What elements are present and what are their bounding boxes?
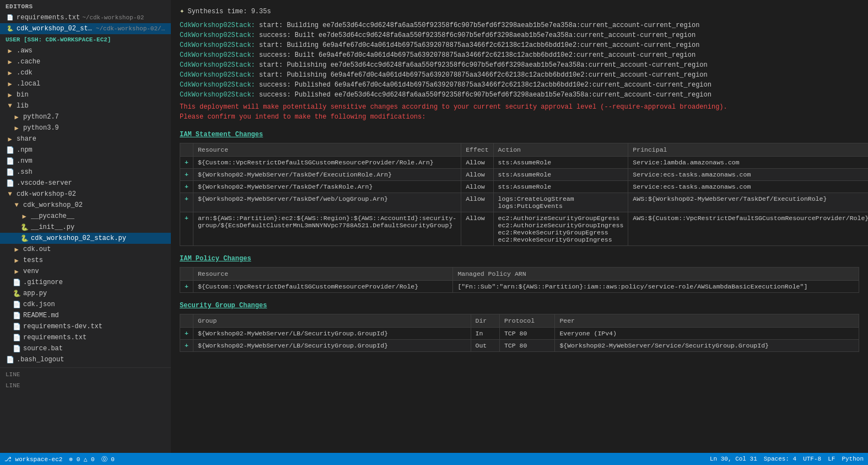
sidebar-item-sourcebat[interactable]: 📄 source.bat [0,343,171,354]
status-spaces: Spaces: 4 [764,456,796,462]
principal-cell: Service:ecs-tasks.amazonaws.com [628,169,868,181]
folder-icon: ▶ [20,212,29,221]
principal-cell: AWS:${Workshop02-MyWebServer/TaskDef/Exe… [628,193,868,212]
sidebar-item-python39[interactable]: ▶ python3.9 [0,122,171,133]
sidebar-item-aws[interactable]: ▶ .aws [0,45,171,56]
principal-cell: Service:lambda.amazonaws.com [628,157,868,169]
file-icon: 📄 [12,311,21,320]
file-icon: 📄 [12,344,21,353]
sidebar-item-readme[interactable]: 📄 README.md [0,310,171,321]
managed-policy-cell: ["Fn::Sub":"arn:${AWS::Partition}:iam::a… [453,281,859,293]
sidebar-item-cdkjson[interactable]: 📄 cdk.json [0,299,171,310]
sidebar-item-cdk[interactable]: ▶ .cdk [0,67,171,78]
file-icon: 📄 [6,179,14,188]
table-row: + ${Workshop02-MyWebServer/TaskDef/web/L… [180,193,869,212]
plus-cell: + [180,157,193,169]
term-line-5: CdkWorkshop02Stack: start: Publishing ee… [180,60,859,70]
plus-cell: + [180,328,193,340]
principal-cell: Service:ecs-tasks.amazonaws.com [628,181,868,193]
user-label: USER [SSH: CDK-WORKSPACE-EC2] [0,34,171,45]
editor-item-stack[interactable]: 🐍 cdk_workshop_02_stack.py ~/cdk-worksho… [0,23,171,34]
status-bar-right: Ln 30, Col 31 Spaces: 4 UTF-8 LF Python [710,456,864,462]
main-panel: ✦ Synthesis time: 9.35s CdkWorkshop02Sta… [171,0,868,453]
table-row: + ${Workshop02-MyWebServer/TaskDef/Execu… [180,169,869,181]
folder-icon: ▶ [12,267,21,276]
plus-cell: + [180,281,193,293]
sidebar-item-bash-logout[interactable]: 📄 .bash_logout [0,354,171,365]
editors-title: EDITORS [0,0,171,12]
effect-cell: Allow [461,193,493,212]
sidebar-item-stack-file[interactable]: 🐍 cdk_workshop_02_stack.py [0,233,171,244]
file-icon: 📄 [12,322,21,331]
dir-cell: Out [471,340,499,352]
col-protocol: Protocol [499,314,554,328]
editor-item-requirements[interactable]: 📄 requirements.txt ~/cdk-workshop-02 [0,12,171,23]
sidebar-item-cache[interactable]: ▶ .cache [0,56,171,67]
effect-cell: Allow [461,169,493,181]
sidebar-item-req[interactable]: 📄 requirements.txt [0,332,171,343]
folder-icon: ▶ [6,57,14,66]
resource-cell: ${Workshop02-MyWebServer/TaskDef/TaskRol… [193,181,461,193]
sidebar: EDITORS 📄 requirements.txt ~/cdk-worksho… [0,0,171,453]
resource-cell: ${Workshop02-MyWebServer/TaskDef/web/Log… [193,193,461,212]
warning-line2: Please confirm you intend to make the fo… [180,112,859,122]
sidebar-item-apppy[interactable]: 🐍 app.py [0,288,171,299]
sidebar-item-reqdev[interactable]: 📄 requirements-dev.txt [0,321,171,332]
sidebar-item-venv[interactable]: ▶ venv [0,266,171,277]
folder-icon: ▶ [12,256,21,265]
status-bar-left: ⎇ workspace-ec2 ⊗ 0 △ 0 ⓪ 0 [4,455,115,463]
file-icon: 📄 [6,168,14,177]
col-plus [180,314,193,328]
sidebar-item-tests[interactable]: ▶ tests [0,255,171,266]
status-ports: ⓪ 0 [101,455,115,463]
principal-cell: AWS:${Custom::VpcRestrictDefaultSGCustom… [628,212,868,246]
protocol-cell: TCP 80 [499,340,554,352]
sidebar-item-python27[interactable]: ▶ python2.7 [0,111,171,122]
file-icon: 📄 [12,278,21,287]
star-icon: ✦ [180,6,184,17]
sidebar-item-npm[interactable]: 📄 .npm [0,145,171,156]
col-principal: Principal [628,143,868,157]
sidebar-item-cdkpkg[interactable]: ▼ cdk_workshop_02 [0,200,171,211]
table-row: + ${Custom::VpcRestrictDefaultSGCustomRe… [180,281,859,293]
table-row: + ${Workshop02-MyWebServer/TaskDef/TaskR… [180,181,869,193]
col-action: Action [493,143,628,157]
sidebar-item-vscode[interactable]: 📄 .vscode-server [0,178,171,189]
sidebar-item-local[interactable]: ▶ .local [0,78,171,89]
synthesis-text: Synthesis time: 9.35s [187,7,271,17]
file-icon: 📄 [6,146,14,154]
action-cell: sts:AssumeRole [493,169,628,181]
sidebar-item-cdkworkshop[interactable]: ▼ cdk-workshop-02 [0,189,171,200]
sidebar-item-nvm[interactable]: 📄 .nvm [0,156,171,167]
sidebar-item-pycache[interactable]: ▶ __pycache__ [0,211,171,222]
sidebar-item-bin[interactable]: ▶ bin [0,89,171,100]
action-cell: sts:AssumeRole [493,157,628,169]
file-py-icon: 🐍 [12,289,21,298]
status-encoding: UTF-8 [803,456,821,462]
warning-line1: This deployment will make potentially se… [180,102,859,112]
term-line-2: CdkWorkshop02Stack: success: Built ee7de… [180,30,859,40]
sidebar-item-lib[interactable]: ▼ lib [0,100,171,111]
table-row: + arn:${AWS::Partition}:ec2:${AWS::Regio… [180,212,869,246]
status-workspace: ⎇ workspace-ec2 [4,456,62,463]
plus-cell: + [180,193,193,212]
sidebar-item-gitignore[interactable]: 📄 .gitignore [0,277,171,288]
folder-icon: ▶ [6,135,14,143]
col-dir: Dir [471,314,499,328]
action-cell: ec2:AuthorizeSecurityGroupEgressec2:Auth… [493,212,628,246]
sidebar-item-cdkout[interactable]: ▶ cdk.out [0,244,171,255]
line-label: LINE [0,367,171,381]
term-line-7: CdkWorkshop02Stack: success: Published 6… [180,80,859,90]
sidebar-item-ssh[interactable]: 📄 .ssh [0,167,171,178]
file-icon: 📄 [6,157,14,165]
col-group: Group [193,314,471,328]
security-group-title: Security Group Changes [180,302,859,309]
sidebar-item-share[interactable]: ▶ share [0,133,171,145]
col-effect: Effect [461,143,493,157]
folder-icon: ▶ [6,46,14,55]
status-errors: ⊗ 0 △ 0 [69,456,94,463]
term-line-8: CdkWorkshop02Stack: success: Published e… [180,90,859,100]
sidebar-item-init[interactable]: 🐍 __init__.py [0,222,171,233]
table-row: + ${Workshop02-MyWebServer/LB/SecurityGr… [180,328,859,340]
term-line-4: CdkWorkshop02Stack: success: Built 6e9a4… [180,50,859,60]
